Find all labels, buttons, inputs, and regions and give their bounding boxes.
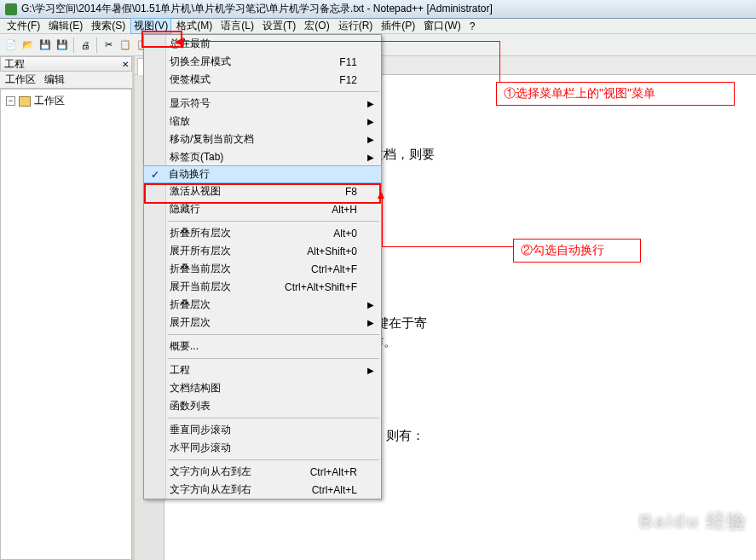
new-file-icon[interactable]: 📄 [3, 38, 19, 53]
menu-run[interactable]: 运行(R) [335, 18, 377, 34]
menu-settings[interactable]: 设置(T) [259, 18, 299, 34]
menu-item[interactable]: 总在最前 [144, 35, 381, 53]
menu-item-label: 缩放 [170, 114, 190, 129]
menu-item-label: 隐藏行 [170, 202, 200, 216]
menu-shortcut: Ctrl+Alt+Shift+F [285, 281, 357, 293]
save-all-icon[interactable]: 💾 [55, 38, 70, 53]
tree-expand-icon[interactable]: − [6, 96, 15, 106]
menu-item[interactable]: 折叠层次▶ [144, 296, 381, 314]
menu-item-label: 函数列表 [170, 399, 211, 413]
menu-shortcut: Alt+Shift+0 [307, 245, 357, 257]
menu-item[interactable]: 折叠当前层次Ctrl+Alt+F [144, 260, 381, 278]
menu-item-label: 便签模式 [170, 72, 211, 87]
project-tree[interactable]: − 工作区 [0, 89, 132, 560]
submenu-arrow-icon: ▶ [367, 135, 374, 144]
menu-item-label: 展开层次 [170, 315, 211, 330]
menu-item-label: 折叠所有层次 [170, 226, 231, 240]
menu-item[interactable]: 展开层次▶ [144, 314, 381, 332]
menu-shortcut: Alt+H [332, 204, 357, 216]
menu-item[interactable]: 函数列表 [144, 397, 381, 415]
menu-shortcut: Alt+0 [333, 228, 357, 240]
window-title: G:\学习空间\2014年暑假\01.51单片机\单片机学习笔记\单片机学习备忘… [21, 2, 493, 16]
menu-item-label: 水平同步滚动 [170, 441, 231, 455]
menu-item-label: 总在最前 [170, 37, 211, 51]
annotation-1: ①选择菜单栏上的"视图"菜单 [496, 82, 735, 106]
window-titlebar: G:\学习空间\2014年暑假\01.51单片机\单片机学习笔记\单片机学习备忘… [0, 0, 756, 19]
menu-item-label: 折叠层次 [170, 297, 211, 312]
menu-item[interactable]: 便签模式F12 [144, 71, 381, 89]
menu-plugins[interactable]: 插件(P) [378, 18, 418, 34]
submenu-arrow-icon: ▶ [367, 318, 374, 327]
menu-item[interactable]: 激活从视图F8 [144, 182, 381, 200]
menu-item[interactable]: 工程▶ [144, 361, 381, 379]
tree-root-label: 工作区 [34, 94, 65, 108]
menu-item-label: 折叠当前层次 [170, 262, 231, 276]
annotation-2: ②勾选自动换行 [513, 239, 641, 263]
menu-language[interactable]: 语言(L) [217, 18, 257, 34]
panel-title: 工程 [4, 57, 25, 72]
menu-item-label: 展开当前层次 [170, 280, 231, 294]
menu-shortcut: Ctrl+Alt+L [312, 484, 357, 496]
menu-item-label: 显示符号 [170, 96, 211, 111]
menu-item[interactable]: 文字方向从左到右Ctrl+Alt+L [144, 481, 381, 499]
menu-item-label: 文档结构图 [170, 381, 221, 395]
menu-item-label: 垂直同步滚动 [170, 423, 231, 437]
tree-root-node[interactable]: − 工作区 [4, 93, 128, 109]
menu-edit[interactable]: 编辑(E) [45, 18, 86, 34]
menu-item[interactable]: 折叠所有层次Alt+0 [144, 224, 381, 242]
open-file-icon[interactable]: 📂 [20, 38, 36, 53]
menu-item[interactable]: 展开所有层次Alt+Shift+0 [144, 242, 381, 260]
menu-item[interactable]: 文字方向从右到左Ctrl+Alt+R [144, 463, 381, 481]
menu-item-label: 文字方向从左到右 [170, 482, 251, 497]
menu-item-label: 展开所有层次 [170, 244, 231, 258]
submenu-arrow-icon: ▶ [367, 153, 374, 162]
menu-item[interactable]: 概要... [144, 338, 381, 355]
menu-shortcut: F11 [339, 56, 357, 68]
menu-shortcut: Ctrl+Alt+R [310, 466, 357, 478]
menu-item-label: 文字方向从右到左 [170, 465, 251, 479]
menu-shortcut: F12 [339, 74, 357, 86]
menu-shortcut: F8 [345, 186, 357, 198]
menu-item-label: 自动换行 [169, 167, 210, 182]
menu-window[interactable]: 窗口(W) [420, 18, 464, 34]
menu-item-label: 概要... [170, 339, 199, 354]
menu-shortcut: Ctrl+Alt+F [311, 263, 357, 275]
menu-item[interactable]: 垂直同步滚动 [144, 421, 381, 439]
panel-close-icon[interactable]: ✕ [122, 60, 129, 69]
menu-item[interactable]: 隐藏行Alt+H [144, 200, 381, 218]
submenu-arrow-icon: ▶ [367, 117, 374, 126]
app-logo-icon [5, 3, 17, 15]
save-icon[interactable]: 💾 [38, 38, 53, 53]
cut-icon[interactable]: ✂ [101, 38, 116, 53]
menu-view[interactable]: 视图(V) [130, 18, 171, 34]
copy-icon[interactable]: 📋 [118, 38, 133, 53]
view-dropdown-menu: 总在最前切换全屏模式F11便签模式F12显示符号▶缩放▶移动/复制当前文档▶标签… [143, 34, 382, 499]
menu-item-label: 标签页(Tab) [170, 150, 223, 165]
project-panel: 工程 ✕ 工作区 编辑 − 工作区 [0, 56, 135, 560]
menu-item[interactable]: 展开当前层次Ctrl+Alt+Shift+F [144, 278, 381, 296]
submenu-arrow-icon: ▶ [367, 99, 374, 108]
submenu-arrow-icon: ▶ [367, 366, 374, 375]
panel-subheader: 工作区 编辑 [0, 72, 132, 89]
menu-item[interactable]: 水平同步滚动 [144, 439, 381, 457]
menu-macro[interactable]: 宏(O) [301, 18, 332, 34]
menu-item[interactable]: 切换全屏模式F11 [144, 53, 381, 71]
menu-item-label: 切换全屏模式 [170, 55, 231, 69]
submenu-arrow-icon: ▶ [367, 300, 374, 309]
menu-item[interactable]: 标签页(Tab)▶ [144, 148, 381, 166]
menu-search[interactable]: 搜索(S) [88, 18, 129, 34]
menu-item[interactable]: ✓自动换行 [143, 165, 382, 183]
menu-format[interactable]: 格式(M) [173, 18, 216, 34]
folder-icon [19, 96, 31, 107]
menu-item-label: 激活从视图 [170, 184, 221, 199]
print-icon[interactable]: 🖨 [78, 38, 93, 53]
menu-item[interactable]: 缩放▶ [144, 113, 381, 130]
menu-help[interactable]: ? [466, 20, 479, 33]
menu-file[interactable]: 文件(F) [3, 18, 43, 34]
menu-item[interactable]: 显示符号▶ [144, 95, 381, 113]
menu-item[interactable]: 移动/复制当前文档▶ [144, 130, 381, 148]
menu-item[interactable]: 文档结构图 [144, 379, 381, 397]
menu-item-label: 移动/复制当前文档 [170, 132, 254, 147]
menu-item-label: 工程 [170, 363, 190, 378]
check-icon: ✓ [151, 169, 159, 181]
